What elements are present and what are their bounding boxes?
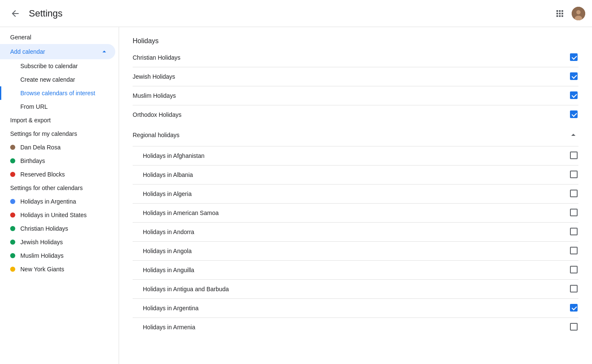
- my-calendars-header: Settings for my calendars: [0, 127, 119, 141]
- regional-checkbox-wrapper[interactable]: [570, 228, 578, 236]
- sidebar-item-add-calendar[interactable]: Add calendar: [0, 44, 115, 59]
- calendar-name: Orthodox Holidays: [133, 111, 181, 118]
- dan-dot: [10, 145, 15, 150]
- regional-checkbox-wrapper[interactable]: [570, 190, 578, 198]
- holidays-us-dot: [10, 212, 15, 218]
- calendar-name: Jewish Holidays: [133, 73, 175, 80]
- regional-calendar-name: Holidays in Andorra: [133, 229, 194, 235]
- regional-checkbox-wrapper[interactable]: [570, 209, 578, 217]
- chevron-up-regional-icon: [568, 130, 578, 140]
- sidebar: General Add calendar Subscribe to calend…: [0, 27, 119, 364]
- regional-calendar-name: Holidays in American Samoa: [133, 210, 219, 216]
- jewish-holidays-dot: [10, 240, 15, 245]
- holiday-row: Muslim Holidays: [133, 86, 578, 105]
- regional-calendar-name: Holidays in Afghanistan: [133, 152, 205, 159]
- body: General Add calendar Subscribe to calend…: [0, 27, 592, 364]
- sidebar-item-import-export[interactable]: Import & export: [0, 113, 115, 127]
- sidebar-subitem-browse[interactable]: Browse calendars of interest: [0, 86, 119, 100]
- regional-row: Holidays in Argentina: [133, 299, 578, 318]
- calendar-name: Muslim Holidays: [133, 92, 176, 99]
- regional-row: Holidays in American Samoa: [133, 204, 578, 223]
- regional-calendar-name: Holidays in Armenia: [133, 324, 195, 331]
- holiday-row: Jewish Holidays: [133, 67, 578, 86]
- header: Settings: [0, 0, 592, 27]
- svg-point-10: [576, 10, 581, 14]
- regional-row: Holidays in Anguilla: [133, 261, 578, 280]
- holiday-row: Christian Holidays: [133, 48, 578, 67]
- sidebar-subitem-create[interactable]: Create new calendar: [0, 73, 119, 86]
- regional-calendar-name: Holidays in Algeria: [133, 190, 192, 197]
- regional-calendar-name: Holidays in Angola: [133, 248, 192, 254]
- apps-button[interactable]: [551, 5, 568, 22]
- svg-rect-7: [559, 15, 561, 17]
- general-label: General: [10, 34, 31, 41]
- regional-checkbox-wrapper[interactable]: [570, 304, 578, 312]
- svg-rect-3: [556, 13, 558, 14]
- birthdays-dot: [10, 158, 15, 163]
- sidebar-item-ny-giants[interactable]: New York Giants: [0, 262, 115, 276]
- sidebar-item-reserved-blocks[interactable]: Reserved Blocks: [0, 168, 115, 181]
- sidebar-subitem-url[interactable]: From URL: [0, 100, 119, 113]
- regional-holidays-header[interactable]: Regional holidays: [133, 124, 578, 146]
- sidebar-subitem-subscribe[interactable]: Subscribe to calendar: [0, 59, 119, 73]
- holiday-row: Orthodox Holidays: [133, 105, 578, 124]
- main-content: Holidays Christian HolidaysJewish Holida…: [119, 27, 592, 364]
- regional-calendar-name: Holidays in Argentina: [133, 305, 199, 312]
- ny-giants-dot: [10, 267, 15, 272]
- checkbox-wrapper[interactable]: [570, 110, 578, 119]
- checkbox-wrapper[interactable]: [570, 53, 578, 62]
- christian-holidays-dot: [10, 226, 15, 231]
- browse-label: Browse calendars of interest: [20, 90, 95, 97]
- regional-checkbox-wrapper[interactable]: [570, 171, 578, 179]
- header-right: [551, 5, 585, 22]
- create-label: Create new calendar: [20, 76, 75, 83]
- checkbox-wrapper[interactable]: [570, 91, 578, 100]
- regional-row: Holidays in Albania: [133, 165, 578, 185]
- svg-rect-1: [559, 10, 561, 12]
- svg-rect-5: [561, 13, 563, 14]
- other-calendars-header: Settings for other calendars: [0, 181, 119, 195]
- sidebar-item-holidays-us[interactable]: Holidays in United States: [0, 208, 115, 222]
- regional-row: Holidays in Algeria: [133, 185, 578, 204]
- url-label: From URL: [20, 103, 48, 110]
- sidebar-item-dan[interactable]: Dan Dela Rosa: [0, 141, 115, 154]
- regional-calendar-name: Holidays in Antigua and Barbuda: [133, 286, 229, 292]
- main-section-title: Holidays: [133, 37, 578, 45]
- svg-rect-4: [559, 13, 561, 14]
- holiday-rows: Christian HolidaysJewish HolidaysMuslim …: [133, 48, 578, 124]
- import-export-label: Import & export: [10, 117, 51, 124]
- sidebar-item-christian-holidays[interactable]: Christian Holidays: [0, 222, 115, 235]
- sidebar-item-general[interactable]: General: [0, 30, 115, 44]
- back-button[interactable]: [7, 5, 24, 22]
- sidebar-item-muslim-holidays[interactable]: Muslim Holidays: [0, 249, 115, 262]
- regional-calendar-name: Holidays in Anguilla: [133, 267, 194, 273]
- regional-row: Holidays in Armenia: [133, 318, 578, 336]
- svg-rect-8: [561, 15, 563, 17]
- muslim-holidays-dot: [10, 253, 15, 258]
- holidays-argentina-dot: [10, 199, 15, 204]
- header-left: Settings: [7, 5, 63, 22]
- regional-row: Holidays in Angola: [133, 242, 578, 261]
- regional-checkbox-wrapper[interactable]: [570, 247, 578, 255]
- grid-icon: [555, 8, 565, 19]
- checkbox-wrapper[interactable]: [570, 72, 578, 81]
- regional-checkbox-wrapper[interactable]: [570, 323, 578, 331]
- regional-row: Holidays in Antigua and Barbuda: [133, 280, 578, 299]
- regional-checkbox-wrapper[interactable]: [570, 266, 578, 274]
- sidebar-item-holidays-argentina[interactable]: Holidays in Argentina: [0, 195, 115, 208]
- svg-rect-0: [556, 10, 558, 12]
- svg-rect-2: [561, 10, 563, 12]
- regional-checkbox-wrapper[interactable]: [570, 152, 578, 160]
- sidebar-item-birthdays[interactable]: Birthdays: [0, 154, 115, 168]
- reserved-blocks-dot: [10, 172, 15, 177]
- calendar-name: Christian Holidays: [133, 54, 181, 61]
- add-calendar-label: Add calendar: [10, 48, 45, 55]
- subscribe-label: Subscribe to calendar: [20, 63, 78, 69]
- regional-checkbox-wrapper[interactable]: [570, 285, 578, 293]
- regional-calendar-name: Holidays in Albania: [133, 171, 193, 178]
- user-avatar[interactable]: [572, 7, 585, 20]
- regional-row: Holidays in Andorra: [133, 223, 578, 242]
- regional-rows: Holidays in AfghanistanHolidays in Alban…: [133, 146, 578, 336]
- sidebar-item-jewish-holidays[interactable]: Jewish Holidays: [0, 235, 115, 249]
- chevron-up-icon: [100, 47, 108, 56]
